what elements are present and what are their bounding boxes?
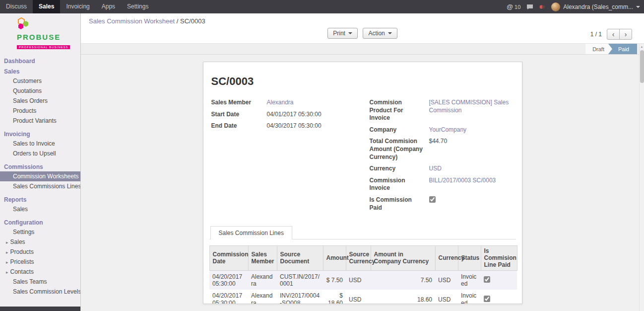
breadcrumb-current: SC/0003 <box>180 17 205 25</box>
sidebar-item-config-contacts[interactable]: ▸Contacts <box>0 267 80 277</box>
col-status[interactable]: Status <box>458 246 481 270</box>
stage-paid[interactable]: Paid <box>608 44 637 54</box>
sidebar-item-orders-to-upsell[interactable]: Orders to Upsell <box>0 149 80 158</box>
field-start-date: Start Date 04/01/2017 05:30:00 <box>211 111 356 119</box>
stage-draft[interactable]: Draft <box>585 44 612 54</box>
chevron-down-icon <box>636 6 640 8</box>
print-button[interactable]: Print <box>327 28 358 39</box>
sidebar-footer <box>0 307 80 311</box>
sidebar-heading-configuration[interactable]: Configuration <box>0 214 80 227</box>
scrollbar[interactable]: ▲ <box>639 44 644 311</box>
sidebar-item-sales-commission-levels[interactable]: Sales Commission Levels <box>0 287 80 297</box>
sidebar-item-reports-sales[interactable]: Sales <box>0 204 80 214</box>
activity-count: 10 <box>515 4 520 10</box>
col-amount-company-currency[interactable]: Amount in Company Currency <box>371 246 435 270</box>
col-currency[interactable]: Currency <box>435 246 458 270</box>
logo-hexagons-icon <box>17 17 30 30</box>
app-logo[interactable]: PROBUSE PROFESSIONAL BUSINESS <box>0 13 80 55</box>
sidebar-item-sales-commissions-lines[interactable]: Sales Commissions Lines <box>0 181 80 191</box>
main-content: Sales Commission Worksheet / SC/0003 Pri… <box>81 13 644 311</box>
systray: @ 10 Alexandra (Sales_comm... <box>507 0 644 13</box>
activity-indicator[interactable]: @ 10 <box>507 3 520 10</box>
action-buttons: Print Action <box>81 28 644 39</box>
table-header-row: Commission Date Sales Member Source Docu… <box>209 246 517 270</box>
messages-icon[interactable] <box>526 4 533 10</box>
sidebar-item-commission-worksheets[interactable]: Commission Worksheets <box>0 171 80 181</box>
col-commission-date[interactable]: Commission Date <box>209 246 248 270</box>
field-total-commission-amount: Total Commision Amount (Company Currency… <box>370 138 514 161</box>
topbar: Discuss Sales Invoicing Apps Settings @ … <box>0 0 644 13</box>
line-paid-checkbox[interactable] <box>484 296 490 302</box>
expand-icon: ▸ <box>6 260 8 265</box>
logo-subtitle: PROFESSIONAL BUSINESS <box>17 45 70 49</box>
form-sheet: SC/0003 Sales Member Alexandra Start Dat… <box>203 62 522 304</box>
breadcrumb-parent-link[interactable]: Sales Commission Worksheet <box>89 17 175 25</box>
table-row[interactable]: 04/20/2017 05:30:00 Alexandra CUST.IN/20… <box>209 270 517 290</box>
commission-invoice-link[interactable]: BILL/2017/0003 SC/0003 <box>429 177 496 185</box>
tab-sales-commission-lines[interactable]: Sales Commission Lines <box>210 226 292 239</box>
commission-product-link[interactable]: [SALES COMMISSION] Sales Commission <box>429 99 514 114</box>
debug-icon[interactable] <box>539 4 545 10</box>
action-button[interactable]: Action <box>363 28 397 39</box>
sidebar-item-settings[interactable]: Settings <box>0 227 80 237</box>
line-paid-checkbox[interactable] <box>484 276 490 283</box>
menu-apps[interactable]: Apps <box>96 0 121 13</box>
field-currency: Currency USD <box>370 165 514 173</box>
user-menu[interactable]: Alexandra (Sales_comm... <box>551 2 640 11</box>
sidebar-heading-invoicing[interactable]: Invoicing <box>0 126 80 139</box>
pager-next-button[interactable]: › <box>619 29 632 40</box>
sidebar-heading-dashboard[interactable]: Dashboard <box>0 55 80 66</box>
chevron-down-icon <box>388 32 392 34</box>
is-commission-paid-checkbox[interactable] <box>429 196 436 203</box>
menu-sales[interactable]: Sales <box>33 0 60 13</box>
sidebar-heading-reports[interactable]: Reports <box>0 191 80 204</box>
at-icon: @ <box>507 3 513 10</box>
statusbar: Draft Paid <box>81 44 644 55</box>
field-is-commission-paid: Is Commission Paid <box>370 196 514 212</box>
company-link[interactable]: YourCompany <box>429 126 467 134</box>
sidebar: PROBUSE PROFESSIONAL BUSINESS Dashboard … <box>0 13 81 311</box>
record-title: SC/0003 <box>211 75 514 88</box>
currency-link[interactable]: USD <box>429 165 442 173</box>
sidebar-item-sales-teams[interactable]: Sales Teams <box>0 277 80 287</box>
menu-settings[interactable]: Settings <box>121 0 154 13</box>
field-groups: Sales Member Alexandra Start Date 04/01/… <box>209 99 516 216</box>
form-view: SC/0003 Sales Member Alexandra Start Dat… <box>81 55 644 311</box>
sidebar-item-customers[interactable]: Customers <box>0 76 80 86</box>
menu-invoicing[interactable]: Invoicing <box>60 0 95 13</box>
pager-previous-button[interactable]: ‹ <box>607 29 620 40</box>
menu-discuss[interactable]: Discuss <box>0 0 33 13</box>
sidebar-heading-commissions[interactable]: Commissions <box>0 158 80 171</box>
tab-strip: Sales Commission Lines <box>209 226 516 239</box>
sidebar-item-quotations[interactable]: Quotations <box>0 86 80 96</box>
sidebar-item-products[interactable]: Products <box>0 106 80 116</box>
col-source-document[interactable]: Source Document <box>277 246 323 270</box>
expand-icon: ▸ <box>6 240 8 245</box>
scroll-up-icon[interactable]: ▲ <box>640 44 644 49</box>
sidebar-item-sales-to-invoice[interactable]: Sales to Invoice <box>0 139 80 149</box>
expand-icon: ▸ <box>6 250 8 255</box>
sidebar-item-product-variants[interactable]: Product Variants <box>0 116 80 126</box>
sidebar-item-config-pricelists[interactable]: ▸Pricelists <box>0 257 80 267</box>
field-commission-product: Commision Product For Invoice [SALES COM… <box>370 99 514 122</box>
sidebar-item-config-sales[interactable]: ▸Sales <box>0 237 80 247</box>
logo-title: PROBUSE <box>17 33 76 41</box>
expand-icon: ▸ <box>6 270 8 275</box>
field-company: Company YourCompany <box>370 126 514 134</box>
col-is-commission-line-paid[interactable]: Is Commision Line Paid <box>481 246 517 270</box>
col-amount[interactable]: Amount <box>323 246 346 270</box>
top-menu-bar: Discuss Sales Invoicing Apps Settings <box>0 0 154 13</box>
sidebar-item-config-products[interactable]: ▸Products <box>0 247 80 257</box>
col-sales-member[interactable]: Sales Member <box>248 246 277 270</box>
scrollbar-thumb[interactable] <box>640 50 644 83</box>
sidebar-item-sales-orders[interactable]: Sales Orders <box>0 96 80 106</box>
col-source-currency[interactable]: Source Currency <box>346 246 371 270</box>
table-row[interactable]: 04/20/2017 05:30:00 Alexandra INV/2017/0… <box>209 290 517 304</box>
field-commission-invoice: Commission Invoice BILL/2017/0003 SC/000… <box>370 177 514 192</box>
avatar <box>551 2 560 11</box>
sidebar-heading-sales[interactable]: Sales <box>0 66 80 76</box>
control-panel: Sales Commission Worksheet / SC/0003 Pri… <box>81 13 644 44</box>
pager: 1 / 1 ‹ › <box>590 29 632 40</box>
pager-counter: 1 / 1 <box>590 31 602 38</box>
sales-member-link[interactable]: Alexandra <box>267 99 294 107</box>
